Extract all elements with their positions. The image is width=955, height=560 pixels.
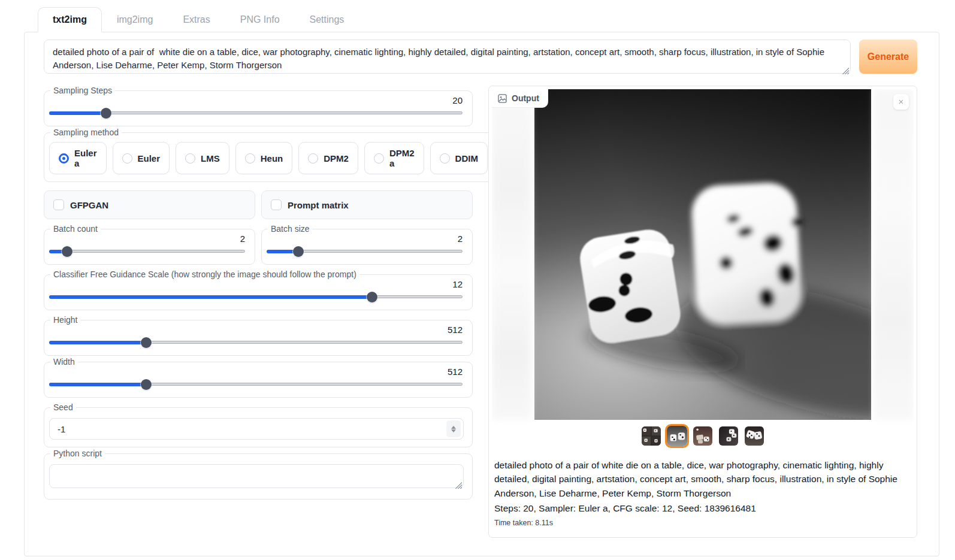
radio-icon (59, 153, 69, 164)
radio-icon (122, 153, 132, 164)
radio-icon (374, 153, 384, 164)
batch-count-group: Batch count 2 (44, 224, 255, 265)
seed-input[interactable] (49, 418, 464, 440)
generate-button[interactable]: Generate (859, 40, 917, 74)
radio-icon (245, 153, 255, 164)
radio-euler-a[interactable]: Euler a (49, 142, 107, 174)
batch-size-slider[interactable] (267, 246, 463, 257)
radio-dpm2[interactable]: DPM2 (298, 142, 358, 174)
radio-label: DDIM (455, 153, 478, 164)
batch-count-slider[interactable] (49, 246, 245, 257)
output-chip: Output (492, 89, 548, 108)
gallery-thumbnail-tilted-dice[interactable] (744, 425, 765, 447)
cfg-scale-group: Classifier Free Guidance Scale (how stro… (44, 270, 473, 310)
image-icon (498, 94, 507, 103)
output-gallery: Output × (492, 89, 914, 450)
tab-png-info[interactable]: PNG Info (225, 7, 295, 32)
tab-img2img[interactable]: img2img (102, 7, 168, 32)
tab-txt2img[interactable]: txt2img (38, 7, 102, 32)
sampling-method-options: Euler a Euler LMS Heun DPM2 DPM2 a DDIM … (44, 138, 558, 175)
batch-count-label: Batch count (50, 224, 101, 234)
tab-settings[interactable]: Settings (295, 7, 359, 32)
radio-label: DPM2 a (389, 148, 415, 168)
gfpgan-label: GFPGAN (70, 200, 108, 210)
radio-label: Euler a (74, 148, 97, 168)
python-script-label: Python script (50, 449, 105, 458)
output-chip-label: Output (512, 93, 539, 103)
gallery-thumbnail-grid[interactable] (640, 425, 662, 447)
batch-count-value: 2 (44, 234, 255, 244)
slider-fill (49, 383, 146, 386)
generated-image-dice[interactable] (534, 89, 871, 420)
slider-thumb[interactable] (293, 246, 304, 257)
gallery-thumbnail-sepia-table[interactable] (692, 425, 714, 447)
seed-label: Seed (50, 402, 76, 412)
height-value: 512 (44, 325, 472, 335)
tab-bar: txt2img img2img Extras PNG Info Settings (38, 7, 955, 32)
stepper-down-icon[interactable] (451, 429, 456, 432)
batch-size-value: 2 (262, 234, 472, 244)
prompt-matrix-checkbox[interactable] (271, 199, 282, 210)
prompt-matrix-label: Prompt matrix (288, 200, 349, 210)
width-value: 512 (44, 367, 472, 377)
cfg-scale-slider[interactable] (49, 292, 463, 302)
radio-icon (308, 153, 318, 164)
seed-stepper[interactable] (446, 420, 461, 437)
height-group: Height 512 (44, 315, 473, 356)
gfpgan-checkbox[interactable] (53, 199, 64, 210)
app-page: txt2img img2img Extras PNG Info Settings… (0, 0, 955, 560)
tab-extras[interactable]: Extras (168, 7, 225, 32)
caption-parameters: Steps: 20, Sampler: Euler a, CFG scale: … (494, 501, 911, 515)
slider-thumb[interactable] (141, 337, 152, 348)
seed-group: Seed (44, 402, 473, 447)
radio-icon (440, 153, 450, 164)
slider-thumb[interactable] (62, 246, 72, 257)
prompt-row: detailed photo of a pair of white die on… (44, 40, 917, 76)
gallery-thumbnail-pair-dice[interactable] (665, 424, 689, 448)
slider-fill (49, 341, 146, 344)
sampling-method-label: Sampling method (50, 128, 122, 137)
gallery-edge-blur-right (874, 89, 914, 420)
stepper-up-icon[interactable] (451, 426, 456, 429)
slider-thumb[interactable] (367, 292, 377, 302)
cfg-scale-label: Classifier Free Guidance Scale (how stro… (50, 270, 359, 279)
radio-euler[interactable]: Euler (113, 142, 170, 174)
caption-time-taken: Time taken: 8.11s (494, 517, 911, 529)
slider-thumb[interactable] (101, 108, 111, 119)
caption-prompt: detailed photo of a pair of white die on… (494, 458, 911, 500)
generation-info: detailed photo of a pair of white die on… (494, 458, 911, 529)
sampling-steps-group: Sampling Steps 20 (44, 86, 473, 126)
script-resize-handle[interactable] (455, 482, 462, 489)
batch-size-label: Batch size (268, 224, 313, 234)
slider-track[interactable] (49, 250, 245, 253)
prompt-resize-handle[interactable] (842, 68, 849, 74)
width-group: Width 512 (44, 357, 473, 398)
close-gallery-button[interactable]: × (893, 94, 909, 110)
sampling-steps-label: Sampling Steps (50, 86, 115, 95)
radio-ddim[interactable]: DDIM (430, 142, 488, 174)
height-label: Height (50, 315, 80, 325)
txt2img-panel: detailed photo of a pair of white die on… (24, 32, 939, 556)
sampling-steps-value: 20 (44, 95, 472, 105)
slider-fill (49, 111, 106, 115)
sampling-method-group: Sampling method Euler a Euler LMS Heun D… (44, 128, 559, 182)
prompt-matrix-option[interactable]: Prompt matrix (261, 190, 473, 219)
radio-heun[interactable]: Heun (235, 142, 293, 174)
gallery-thumbnails (492, 420, 914, 450)
radio-label: Heun (261, 153, 283, 164)
radio-dpm2-a[interactable]: DPM2 a (364, 142, 424, 174)
width-slider[interactable] (49, 379, 463, 390)
gfpgan-option[interactable]: GFPGAN (44, 190, 255, 219)
batch-size-group: Batch size 2 (261, 224, 473, 265)
sampling-steps-slider[interactable] (49, 108, 463, 119)
radio-label: Euler (138, 153, 161, 164)
slider-thumb[interactable] (141, 379, 152, 390)
height-slider[interactable] (49, 337, 463, 348)
settings-column: Sampling Steps 20 Sampling method Euler … (44, 86, 473, 500)
radio-lms[interactable]: LMS (176, 142, 229, 174)
python-script-input[interactable] (49, 464, 464, 488)
gallery-thumbnail-dark-cluster[interactable] (718, 425, 739, 447)
python-script-group: Python script (44, 449, 473, 500)
prompt-input[interactable]: detailed photo of a pair of white die on… (44, 40, 851, 74)
width-label: Width (50, 357, 78, 367)
